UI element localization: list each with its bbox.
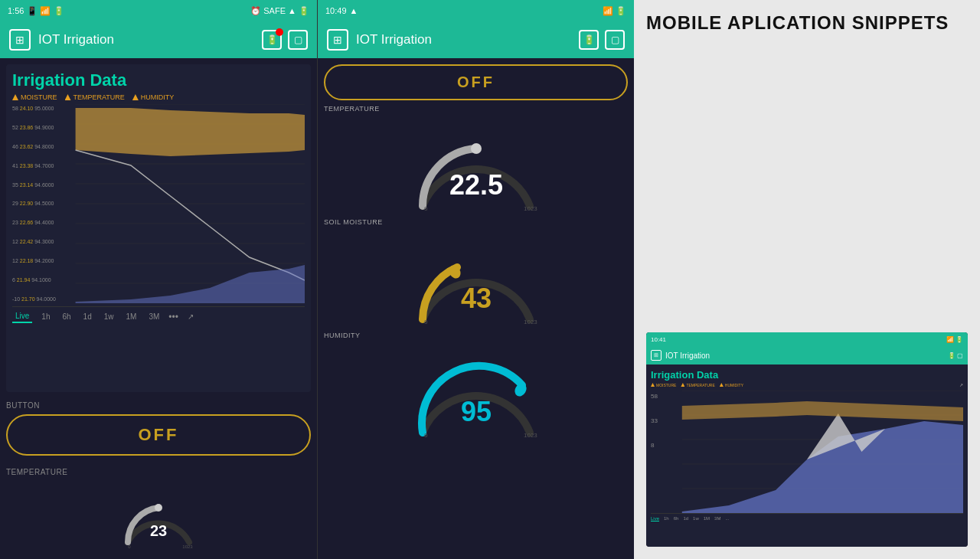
app-title-2: IOT Irrigation xyxy=(356,32,571,47)
status-time-1: 1:56 xyxy=(8,6,24,15)
right-panel: MOBILE APLICATION SNIPPETS 10:41 📶 🔋 ⊞ I… xyxy=(634,0,980,559)
svg-text:1023: 1023 xyxy=(524,432,537,439)
humidity-dot xyxy=(132,94,139,100)
time-live-1[interactable]: Live xyxy=(12,310,32,323)
panel1-content: Irrigation Data MOISTURE TEMPERATURE HUM… xyxy=(0,58,317,559)
humidity-label: HUMIDITY xyxy=(141,93,175,101)
off-button-1[interactable]: OFF xyxy=(6,414,311,456)
legend-humidity: HUMIDITY xyxy=(132,93,175,101)
chart-svg-1 xyxy=(12,104,305,303)
temp-gauge-svg-2: 22.5 0 1023 xyxy=(407,114,545,214)
status-bar-1: 1:56 📱 📶 🔋 ⏰ SAFE ▲ 🔋 xyxy=(0,0,317,21)
time-1h-1[interactable]: 1h xyxy=(38,311,53,322)
sensor-temp-gauge: 22.5 0 1023 xyxy=(324,114,628,214)
svg-marker-38 xyxy=(682,421,963,513)
moisture-label: MOISTURE xyxy=(21,93,57,101)
svg-text:1023: 1023 xyxy=(524,319,537,325)
status-left-1: 1:56 📱 📶 🔋 xyxy=(8,6,64,16)
svg-point-13 xyxy=(155,504,162,512)
thumb-chart-area: 58 33 8 xyxy=(651,391,963,513)
svg-point-25 xyxy=(512,381,528,399)
time-1w-1[interactable]: 1w xyxy=(101,311,117,322)
app-title-1: IOT Irrigation xyxy=(38,32,254,47)
phone-panel-1: 1:56 📱 📶 🔋 ⏰ SAFE ▲ 🔋 ⊞ IOT Irrigation 🔋… xyxy=(0,0,317,559)
svg-text:23: 23 xyxy=(150,522,167,539)
svg-text:33: 33 xyxy=(651,417,658,424)
app-bar-2: ⊞ IOT Irrigation 🔋 ▢ xyxy=(318,21,634,58)
square-action-2[interactable]: ▢ xyxy=(605,30,625,50)
phone-panel-2: 10:49 ▲ 📶 🔋 ⊞ IOT Irrigation 🔋 ▢ OFF TEM… xyxy=(317,0,634,559)
sensor-moisture-gauge: 43 0 1023 xyxy=(324,227,628,327)
legend-temp: TEMPERATURE xyxy=(65,93,125,101)
sensor-moisture-row: SOIL MOISTURE 43 0 1023 xyxy=(324,218,628,327)
thumb-status-time: 10:41 xyxy=(651,336,666,343)
svg-text:1023: 1023 xyxy=(524,205,537,212)
sensor-temp-label: TEMPERATURE xyxy=(324,105,628,113)
time-expand-1[interactable]: ↗ xyxy=(185,311,197,322)
app-icon-2[interactable]: ⊞ xyxy=(327,29,348,51)
battery-action-1[interactable]: 🔋 xyxy=(262,30,282,50)
sensor-temp-row: TEMPERATURE 22.5 0 1023 xyxy=(324,105,628,214)
thumb-legend: MOISTURE TEMPERATURE HUMIDITY ↗ xyxy=(651,382,963,387)
svg-text:0: 0 xyxy=(424,205,428,212)
temp-label: TEMPERATURE xyxy=(74,93,125,101)
svg-text:0: 0 xyxy=(424,319,428,325)
svg-marker-40 xyxy=(682,401,963,421)
svg-text:58: 58 xyxy=(651,393,658,400)
svg-text:8: 8 xyxy=(651,442,655,449)
app-actions-2: 🔋 ▢ xyxy=(579,30,625,50)
svg-text:0: 0 xyxy=(128,544,131,549)
svg-marker-12 xyxy=(76,265,305,303)
time-6h-1[interactable]: 6h xyxy=(59,311,74,322)
app-actions-1: 🔋 ▢ xyxy=(262,30,308,50)
svg-marker-11 xyxy=(76,108,305,156)
square-action-1[interactable]: ▢ xyxy=(288,30,308,50)
thumb-app-title: IOT Irrigation xyxy=(665,351,710,360)
humidity-gauge-svg-2: 95 0 1023 xyxy=(407,341,545,440)
gauge-container-1: 23 0 1023 xyxy=(6,481,311,550)
thumbnail-box: 10:41 📶 🔋 ⊞ IOT Irrigation 🔋 ▢ Irrigatio… xyxy=(646,332,968,547)
app-icon-1[interactable]: ⊞ xyxy=(9,29,31,51)
time-selector-1: Live 1h 6h 1d 1w 1M 3M ••• ↗ xyxy=(12,306,305,326)
time-1m-1[interactable]: 1M xyxy=(123,311,140,322)
app-bar-1: ⊞ IOT Irrigation 🔋 ▢ xyxy=(0,21,317,58)
right-title: MOBILE APLICATION SNIPPETS xyxy=(646,12,968,34)
button-section-1: BUTTON OFF xyxy=(6,398,311,459)
time-3m-1[interactable]: 3M xyxy=(145,311,162,322)
thumb-chart-title: Irrigation Data xyxy=(651,369,963,381)
thumb-app-icon: ⊞ xyxy=(651,350,662,361)
temp-gauge-svg-1: 23 0 1023 xyxy=(120,481,197,550)
legend-moisture: MOISTURE xyxy=(12,93,57,101)
status-icons-1: 📱 📶 🔋 xyxy=(27,6,64,16)
off-button-top-2[interactable]: OFF xyxy=(324,64,628,100)
status-time-2: 10:49 xyxy=(325,6,347,15)
status-right-2: 📶 🔋 xyxy=(603,6,626,16)
svg-text:0: 0 xyxy=(424,432,428,439)
svg-text:22.5: 22.5 xyxy=(449,169,502,201)
chart-title-1: Irrigation Data xyxy=(12,70,305,90)
status-right-1: ⏰ SAFE ▲ 🔋 xyxy=(250,6,309,16)
thumb-chart: Irrigation Data MOISTURE TEMPERATURE HUM… xyxy=(646,364,968,547)
y-axis-1: 58 24.10 95.0000 52 23.86 94.9000 46 23.… xyxy=(12,104,56,303)
sensor-humidity-gauge: 95 0 1023 xyxy=(324,341,628,440)
battery-badge-1 xyxy=(276,28,283,36)
temp-section-1: TEMPERATURE 23 0 1023 xyxy=(6,465,311,553)
chart-legend-1: MOISTURE TEMPERATURE HUMIDITY xyxy=(12,93,305,101)
temp-label-1: TEMPERATURE xyxy=(6,468,311,476)
status-bar-2: 10:49 ▲ 📶 🔋 xyxy=(318,0,634,21)
svg-text:43: 43 xyxy=(460,283,491,314)
chart-section-1: Irrigation Data MOISTURE TEMPERATURE HUM… xyxy=(6,64,311,392)
chart-area-1: 58 24.10 95.0000 52 23.86 94.9000 46 23.… xyxy=(12,104,305,303)
sensor-humidity-row: HUMIDITY 95 0 1023 xyxy=(324,332,628,440)
svg-text:95: 95 xyxy=(460,396,491,427)
button-label-1: BUTTON xyxy=(6,401,311,410)
svg-text:1023: 1023 xyxy=(182,544,193,549)
time-1d-1[interactable]: 1d xyxy=(80,311,95,322)
moisture-gauge-svg-2: 43 0 1023 xyxy=(407,227,545,327)
thumb-appbar: ⊞ IOT Irrigation 🔋 ▢ xyxy=(646,346,968,364)
time-more-1[interactable]: ••• xyxy=(168,312,178,322)
status-icon-arrow-2: ▲ xyxy=(350,6,358,15)
thumb-time-bar: Live 1h 6h 1d 1w 1M 3M ... xyxy=(651,513,963,524)
battery-action-2[interactable]: 🔋 xyxy=(579,30,599,50)
moisture-dot xyxy=(12,94,18,100)
